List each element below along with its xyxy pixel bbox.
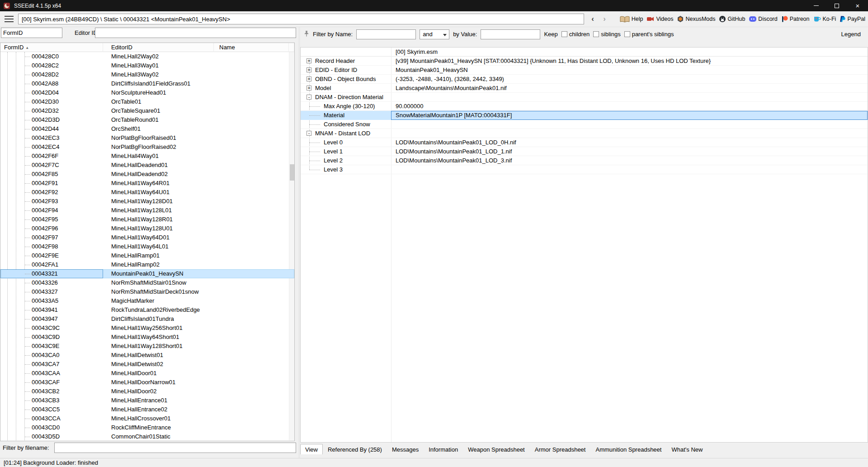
tree-row[interactable]: 00043C9E MineLHall1Way128Short01 xyxy=(0,342,294,351)
tree-row[interactable]: 00042EC3 NorPlatBgFloorRaised01 xyxy=(0,133,294,143)
tab-ammunition-spreadsheet[interactable]: Ammunition Spreadsheet xyxy=(590,444,666,454)
tree-row[interactable]: 00043CD0 RockCliffMineEntrance xyxy=(0,423,294,432)
tree-row[interactable]: 00043CAF MineLHallDoorNarrow01 xyxy=(0,378,294,387)
minimize-button[interactable] xyxy=(806,0,826,11)
view-row[interactable]: + Record Header [v39] MountainPeak01_Hea… xyxy=(301,57,868,66)
tree-row[interactable]: 00043CC5 MineLHallEntrance02 xyxy=(0,405,294,414)
tree-row[interactable]: 00043CA0 MineLHallDetwist01 xyxy=(0,351,294,360)
tree-row[interactable]: 00042F92 MineLHall1Way64U01 xyxy=(0,188,294,197)
tree-row[interactable]: 00042D32 OrcTableSquare01 xyxy=(0,106,294,115)
tree-row[interactable]: 00042F95 MineLHall1Way128R01 xyxy=(0,215,294,224)
tree-row[interactable]: 000428D2 MineLHall3Way02 xyxy=(0,70,294,79)
close-button[interactable]: × xyxy=(847,0,868,11)
tree-row[interactable]: 00042F91 MineLHall1Way64R01 xyxy=(0,179,294,188)
help-link[interactable]: Help xyxy=(620,16,643,23)
expander-icon[interactable]: - xyxy=(307,131,311,136)
column-header-formid[interactable]: FormID▲ xyxy=(0,43,103,52)
patreon-link[interactable]: Patreon xyxy=(782,16,810,22)
view-row[interactable]: Max Angle (30-120) 90.000000 xyxy=(301,102,868,111)
tree-row[interactable]: 000428C2 MineLHall3Way01 xyxy=(0,61,294,70)
tab-weapon-spreadsheet[interactable]: Weapon Spreadsheet xyxy=(463,444,530,454)
filename-filter-input[interactable] xyxy=(54,443,296,453)
tree-row[interactable]: 00042D44 OrcShelf01 xyxy=(0,124,294,133)
tree-row[interactable]: 00043321 MountainPeak01_HeavySN xyxy=(0,269,294,278)
parents-siblings-checkbox[interactable] xyxy=(624,31,630,37)
tab-information[interactable]: Information xyxy=(424,444,463,454)
filter-operator-select[interactable]: and xyxy=(420,29,449,39)
view-row[interactable]: Level 0 LOD\Mountains\MountainPeak01_LOD… xyxy=(301,138,868,147)
tree-row[interactable]: 00042F94 MineLHall1Way128L01 xyxy=(0,206,294,215)
tab-view[interactable]: View xyxy=(300,444,323,454)
tree-row[interactable]: 00042D3D OrcTableRound01 xyxy=(0,115,294,124)
filter-value-input[interactable] xyxy=(481,29,540,39)
maximize-button[interactable] xyxy=(826,0,847,11)
keep-siblings-option[interactable]: siblings xyxy=(593,31,620,38)
tree-row[interactable]: 00042F85 MineLHallDeadend02 xyxy=(0,170,294,179)
forward-button[interactable]: › xyxy=(599,14,609,24)
discord-link[interactable]: Discord xyxy=(749,16,777,22)
tree-row[interactable]: 00042F97 MineLHall1Way64D01 xyxy=(0,233,294,242)
view-row[interactable]: - MNAM - Distant LOD xyxy=(301,129,868,138)
formid-filter-input[interactable]: FormID xyxy=(1,28,62,38)
tree-row[interactable]: 00042F98 MineLHall1Way64L01 xyxy=(0,242,294,251)
view-row[interactable]: + EDID - Editor ID MountainPeak01_HeavyS… xyxy=(301,66,868,75)
view-row[interactable]: + Model Landscape\Mountains\MountainPeak… xyxy=(301,84,868,93)
tree-row[interactable]: 00043CB2 MineLHallDoor02 xyxy=(0,387,294,396)
breadcrumb[interactable] xyxy=(18,14,584,24)
tree-row[interactable]: 00042D04 NorSculptureHead01 xyxy=(0,88,294,97)
tree-row[interactable]: 00043CA7 MineLHallDetwist02 xyxy=(0,360,294,369)
tree-row[interactable]: 00043CAA MineLHallDoor01 xyxy=(0,369,294,378)
pin-icon[interactable] xyxy=(304,30,309,38)
expander-icon[interactable]: + xyxy=(307,76,311,81)
tree-row[interactable]: 00042D30 OrcTable01 xyxy=(0,97,294,106)
videos-link[interactable]: Videos xyxy=(647,16,673,22)
tree-row[interactable]: 00042F9E MineLHallRamp01 xyxy=(0,251,294,260)
tab-armor-spreadsheet[interactable]: Armor Spreadsheet xyxy=(530,444,591,454)
column-header-name[interactable]: Name xyxy=(214,43,289,52)
view-row[interactable]: Considered Snow xyxy=(301,120,868,129)
tree-row[interactable]: 00043947 DirtCliffsIsland01Tundra xyxy=(0,315,294,324)
tree-row[interactable]: 00042F7C MineLHallDeadend01 xyxy=(0,161,294,170)
view-row[interactable]: + OBND - Object Bounds (-3253, -2488, -3… xyxy=(301,75,868,84)
tree-row[interactable]: 00042F96 MineLHall1Way128U01 xyxy=(0,224,294,233)
tab-referenced-by-258[interactable]: Referenced By (258) xyxy=(323,444,387,454)
legend-button[interactable]: Legend xyxy=(841,31,861,38)
tree-row[interactable]: 00043CCA MineLHallCrossover01 xyxy=(0,414,294,423)
tree-row[interactable]: 00042EC4 NorPlatBgFloorRaised02 xyxy=(0,143,294,152)
keep-children-option[interactable]: children xyxy=(561,31,590,38)
tree-row[interactable]: 00043326 NorRmShaftMidStair01Snow xyxy=(0,278,294,287)
keep-parents-siblings-option[interactable]: parent's siblings xyxy=(624,31,674,38)
view-row[interactable]: Level 1 LOD\Mountains\MountainPeak01_LOD… xyxy=(301,147,868,156)
tab-what-s-new[interactable]: What's New xyxy=(666,444,708,454)
tree-row[interactable]: 00042FA1 MineLHallRamp02 xyxy=(0,260,294,269)
paypal-link[interactable]: PayPal xyxy=(840,16,865,22)
view-row[interactable]: - DNAM - Direction Material xyxy=(301,93,868,102)
siblings-checkbox[interactable] xyxy=(593,31,599,37)
github-link[interactable]: GitHub xyxy=(719,16,745,22)
expander-icon[interactable]: + xyxy=(307,67,311,72)
tree-row[interactable]: 00043C9C MineLHall1Way256Short01 xyxy=(0,324,294,333)
view-row[interactable]: Level 3 xyxy=(301,165,868,174)
tree-row[interactable]: 00043941 RockTundraLand02RiverbedEdge xyxy=(0,305,294,315)
tree-row[interactable]: 00042F6F MineLHall4Way01 xyxy=(0,152,294,161)
expander-icon[interactable]: + xyxy=(307,58,311,63)
expander-icon[interactable]: - xyxy=(307,95,311,100)
tab-messages[interactable]: Messages xyxy=(387,444,424,454)
column-header-editorid[interactable]: EditorID xyxy=(103,43,214,52)
nexusmods-link[interactable]: NexusMods xyxy=(677,16,715,22)
kofi-link[interactable]: Ko-Fi xyxy=(814,16,836,22)
tree-row[interactable]: 00043C9D MineLHall1Way64Short01 xyxy=(0,333,294,342)
editor-id-filter-input[interactable] xyxy=(95,28,296,38)
tree-row[interactable]: 00043CB3 MineLHallEntrance01 xyxy=(0,396,294,405)
view-row[interactable]: Material SnowMaterialMountain1P [MATO:00… xyxy=(301,111,868,120)
tree-row[interactable]: 00042F93 MineLHall1Way128D01 xyxy=(0,197,294,206)
children-checkbox[interactable] xyxy=(561,31,567,37)
menu-icon[interactable] xyxy=(5,16,14,22)
tree-row[interactable]: 00043D5D CommonChair01Static xyxy=(0,432,294,440)
back-button[interactable]: ‹ xyxy=(588,14,598,24)
tree-row[interactable]: 00043327 NorRmShaftMidStairDeck01snow xyxy=(0,287,294,296)
view-column-header[interactable]: [00] Skyrim.esm xyxy=(301,48,868,57)
tree-row[interactable]: 000428C0 MineLHall2Way02 xyxy=(0,52,294,61)
tree-row[interactable]: 00042A88 DirtCliffsIsland01FieldGrass01 xyxy=(0,79,294,88)
filter-name-input[interactable] xyxy=(356,29,416,39)
